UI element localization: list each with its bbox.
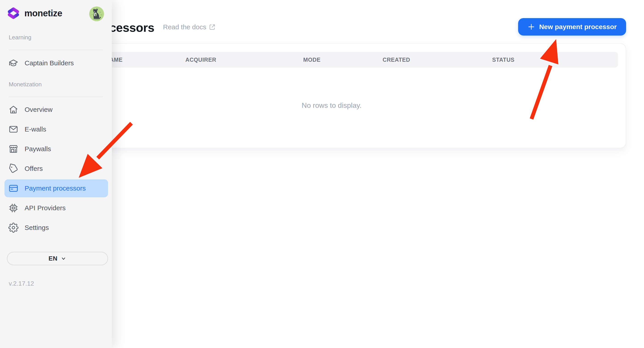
chevron-down-icon [60,256,66,262]
monetize-logo-icon [7,7,20,20]
workspace-label: Captain Builders [24,59,74,67]
gear-icon [8,222,18,233]
docs-link-label: Read the docs [163,23,206,31]
sidebar-item-captain-builders[interactable]: Captain Builders [4,54,108,72]
app-logo-text: monetize [24,8,62,18]
payment-processors-table-card: NAME ACQUIRER MODE CREATED STATUS No row… [90,43,626,148]
sidebar: monetize Learning [0,0,112,348]
new-payment-processor-label: New payment processor [539,23,617,31]
table-header-row: NAME ACQUIRER MODE CREATED STATUS [98,52,618,68]
graduation-cap-icon [8,58,18,68]
docs-link[interactable]: Read the docs [163,23,216,31]
app-logo[interactable]: monetize [7,7,62,20]
sidebar-item-label: Payment processors [24,184,86,192]
section-label-learning: Learning [9,34,31,41]
sidebar-item-label: Offers [24,165,43,172]
sidebar-item-api-providers[interactable]: API Providers [4,199,108,217]
table-empty-message: No rows to display. [302,101,362,110]
sidebar-item-label: Overview [24,106,52,114]
sidebar-item-paywalls[interactable]: Paywalls [4,140,108,158]
column-header-created: CREATED [382,52,410,68]
user-avatar[interactable] [89,6,104,21]
sidebar-item-settings[interactable]: Settings [4,219,108,236]
plus-icon [528,23,535,31]
divider [9,96,103,97]
app-version: v.2.17.12 [9,280,34,287]
language-code: EN [48,255,58,262]
cpu-chip-icon [8,203,18,213]
credit-card-icon [8,183,18,194]
section-label-monetization: Monetization [9,81,42,88]
sidebar-item-label: Paywalls [24,145,51,153]
sidebar-item-payment-processors[interactable]: Payment processors [4,179,108,197]
storefront-icon [8,144,18,154]
mail-icon [8,124,18,134]
sidebar-item-label: API Providers [24,204,66,212]
sidebar-item-offers[interactable]: Offers [4,160,108,178]
external-link-icon [209,24,216,30]
sidebar-item-label: Settings [24,224,49,232]
tag-icon [8,164,18,174]
sidebar-item-label: E-walls [24,126,46,133]
divider [9,50,103,50]
home-icon [8,104,18,115]
sidebar-item-e-walls[interactable]: E-walls [4,120,108,138]
language-selector[interactable]: EN [7,252,108,265]
cat-avatar-image [89,6,104,21]
column-header-mode: MODE [303,52,320,68]
column-header-status: STATUS [492,52,514,68]
new-payment-processor-button[interactable]: New payment processor [518,18,626,36]
sidebar-item-overview[interactable]: Overview [4,101,108,118]
sidebar-nav: Overview E-walls Paywalls Offers [4,101,108,238]
column-header-acquirer: ACQUIRER [185,52,216,68]
